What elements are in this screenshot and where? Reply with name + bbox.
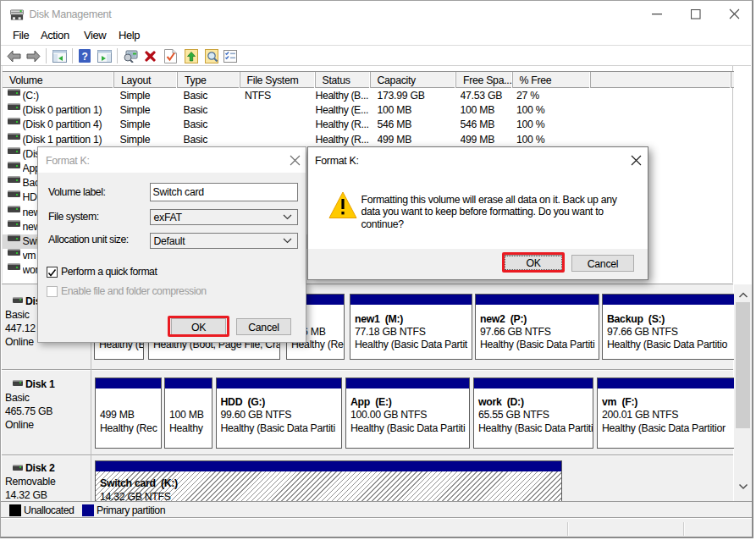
svg-text:?: ? [81,51,87,63]
